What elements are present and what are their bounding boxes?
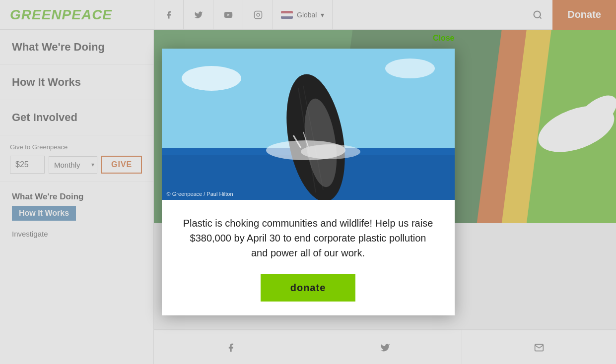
svg-point-22 [301, 144, 360, 159]
modal-text: Plastic is choking communities and wildl… [182, 216, 435, 260]
modal-close-button[interactable]: Close [433, 34, 455, 43]
modal-image: © Greenpeace / Paul Hilton [162, 49, 455, 200]
svg-point-13 [182, 66, 241, 91]
donation-modal: Close © Greenpeace / Paul [162, 49, 455, 315]
modal-body: Plastic is choking communities and wildl… [162, 200, 455, 315]
svg-point-14 [385, 59, 435, 78]
whale-image-svg [162, 49, 455, 200]
modal-donate-button[interactable]: donate [261, 274, 356, 302]
photo-credit: © Greenpeace / Paul Hilton [167, 191, 233, 197]
